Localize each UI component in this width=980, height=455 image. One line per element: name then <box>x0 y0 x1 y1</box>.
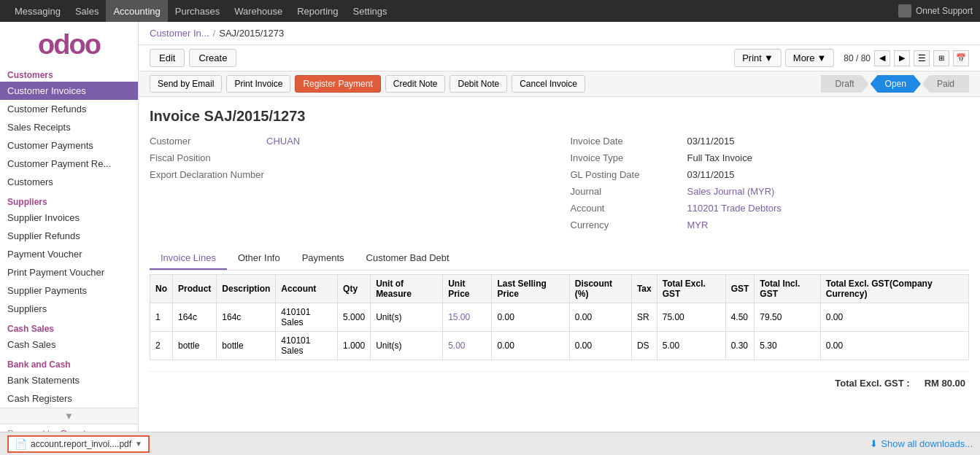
calendar-view-button[interactable]: 📅 <box>953 50 969 66</box>
journal-value[interactable]: Sales Journal (MYR) <box>687 186 775 197</box>
tab-customer-bad-debt[interactable]: Customer Bad Debt <box>355 247 460 270</box>
sidebar-item-customers[interactable]: Customers <box>0 173 138 191</box>
col-gst: GST <box>725 275 755 303</box>
export-declaration-label: Export Declaration Number <box>150 169 266 180</box>
next-button[interactable]: ▶ <box>894 50 910 66</box>
sidebar-scroll-down[interactable]: ▼ <box>0 408 138 424</box>
fiscal-position-label: Fiscal Position <box>150 152 266 163</box>
sidebar-item-customer-invoices[interactable]: Customer Invoices <box>0 82 138 100</box>
toolbar: Edit Create Print ▼ More ▼ 80 / 80 ◀ ▶ ☰… <box>139 45 980 71</box>
status-open: Open <box>871 75 921 93</box>
sidebar-item-print-payment-voucher[interactable]: Print Payment Voucher <box>0 263 138 281</box>
print-invoice-button[interactable]: Print Invoice <box>226 75 290 93</box>
table-cell: bottle <box>217 332 276 360</box>
send-email-button[interactable]: Send by Email <box>150 75 222 93</box>
pagination-info: 80 / 80 <box>844 53 871 63</box>
tab-invoice-lines[interactable]: Invoice Lines <box>150 247 227 270</box>
sidebar-item-customer-payment-re[interactable]: Customer Payment Re... <box>0 155 138 173</box>
table-cell: 0.00 <box>492 332 569 360</box>
sidebar-item-supplier-refunds[interactable]: Supplier Refunds <box>0 227 138 245</box>
account-value[interactable]: 110201 Trade Debtors <box>687 203 782 214</box>
invoice-type-value: Full Tax Invoice <box>687 152 752 163</box>
col-description: Description <box>217 275 276 303</box>
currency-value[interactable]: MYR <box>687 219 709 230</box>
table-cell: 0.00 <box>820 332 968 360</box>
more-button[interactable]: More ▼ <box>785 49 835 67</box>
nav-settings[interactable]: Settings <box>346 0 395 22</box>
print-button[interactable]: Print ▼ <box>734 49 782 67</box>
card-view-button[interactable]: ⊞ <box>933 50 949 66</box>
col-product: Product <box>173 275 217 303</box>
tab-payments[interactable]: Payments <box>291 247 355 270</box>
cancel-invoice-button[interactable]: Cancel Invoice <box>512 75 585 93</box>
prev-button[interactable]: ◀ <box>874 50 890 66</box>
odoo-logo: odoo <box>38 29 100 60</box>
table-cell: bottle <box>173 332 217 360</box>
table-row[interactable]: 1164c164c410101 Sales5.000Unit(s)15.000.… <box>150 303 969 332</box>
table-cell: DS <box>631 332 657 360</box>
nav-sales[interactable]: Sales <box>68 0 107 22</box>
table-cell: 1 <box>150 303 173 332</box>
status-paid: Paid <box>922 75 969 93</box>
col-qty: Qty <box>338 275 371 303</box>
col-total-excl-gst: Total Excl. GST <box>657 275 725 303</box>
credit-note-button[interactable]: Credit Note <box>385 75 446 93</box>
nav-warehouse[interactable]: Warehouse <box>227 0 290 22</box>
download-dropdown-icon[interactable]: ▼ <box>135 440 142 448</box>
sidebar-item-cash-sales[interactable]: Cash Sales <box>0 335 138 354</box>
sidebar-item-cash-registers[interactable]: Cash Registers <box>0 389 138 408</box>
more-dropdown-icon: ▼ <box>817 52 826 63</box>
table-cell: 15.00 <box>443 303 492 332</box>
gl-posting-label: GL Posting Date <box>571 169 687 180</box>
list-view-button[interactable]: ☰ <box>914 50 930 66</box>
table-cell: 79.50 <box>755 303 820 332</box>
col-last-selling: Last Selling Price <box>492 275 569 303</box>
user-name: Onnet Support <box>916 6 973 16</box>
show-all-downloads[interactable]: ⬇ Show all downloads... <box>870 438 973 449</box>
register-payment-button[interactable]: Register Payment <box>295 75 380 93</box>
sidebar-item-sales-receipts[interactable]: Sales Receipts <box>0 118 138 136</box>
nav-messaging[interactable]: Messaging <box>7 0 68 22</box>
journal-label: Journal <box>571 186 687 197</box>
nav-accounting[interactable]: Accounting <box>106 0 167 22</box>
table-cell: Unit(s) <box>371 332 443 360</box>
sidebar-item-customer-payments[interactable]: Customer Payments <box>0 136 138 155</box>
table-cell: 410101 Sales <box>276 332 338 360</box>
breadcrumb-sep: / <box>213 28 216 39</box>
sidebar-item-supplier-payments[interactable]: Supplier Payments <box>0 281 138 300</box>
sidebar-item-suppliers[interactable]: Suppliers <box>0 300 138 318</box>
edit-button[interactable]: Edit <box>150 49 185 67</box>
col-uom: Unit of Measure <box>371 275 443 303</box>
sidebar-item-customer-refunds[interactable]: Customer Refunds <box>0 100 138 118</box>
col-company-currency: Total Excl. GST(Company Currency) <box>820 275 968 303</box>
table-cell: SR <box>631 303 657 332</box>
invoice-summary: Total Excl. GST : RM 80.00 <box>150 371 969 389</box>
sidebar-item-bank-statements[interactable]: Bank Statements <box>0 371 138 389</box>
table-cell: 0.30 <box>725 332 755 360</box>
customer-label: Customer <box>150 136 266 147</box>
download-filename: account.report_invoi....pdf <box>31 439 131 449</box>
currency-label: Currency <box>571 219 687 230</box>
col-no: No <box>150 275 173 303</box>
table-cell: Unit(s) <box>371 303 443 332</box>
breadcrumb-parent[interactable]: Customer In... <box>150 28 209 39</box>
table-row[interactable]: 2bottlebottle410101 Sales1.000Unit(s)5.0… <box>150 332 969 360</box>
nav-purchases[interactable]: Purchases <box>168 0 227 22</box>
tab-other-info[interactable]: Other Info <box>227 247 291 270</box>
table-cell: 1.000 <box>338 332 371 360</box>
summary-label: Total Excl. GST : <box>835 378 909 389</box>
customer-value[interactable]: CHUAN <box>266 136 300 147</box>
download-bar: 📄 account.report_invoi....pdf ▼ ⬇ Show a… <box>0 432 980 455</box>
create-button[interactable]: Create <box>189 49 236 67</box>
download-file[interactable]: 📄 account.report_invoi....pdf ▼ <box>7 435 150 453</box>
sidebar-item-payment-voucher[interactable]: Payment Voucher <box>0 245 138 263</box>
more-label: More <box>793 52 815 63</box>
table-cell: 2 <box>150 332 173 360</box>
debit-note-button[interactable]: Debit Note <box>450 75 507 93</box>
print-dropdown-icon: ▼ <box>764 52 773 63</box>
nav-reporting[interactable]: Reporting <box>290 0 345 22</box>
sidebar-item-supplier-invoices[interactable]: Supplier Invoices <box>0 209 138 227</box>
table-cell: 5.30 <box>755 332 820 360</box>
table-cell: 0.00 <box>569 303 631 332</box>
download-arrow-icon: ⬇ <box>870 438 878 449</box>
